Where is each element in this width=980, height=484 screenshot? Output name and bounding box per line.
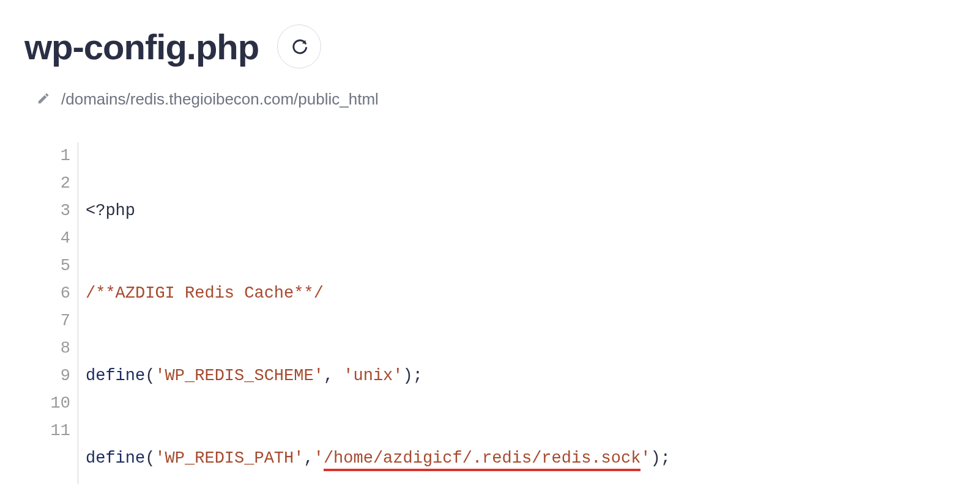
line-number: 2 [43,170,70,197]
code-line[interactable]: <?php [86,197,670,225]
code-line[interactable]: define('WP_REDIS_PATH','/home/azdigicf/.… [86,445,670,472]
line-number: 3 [43,197,70,225]
line-number: 7 [43,307,70,335]
edit-icon [37,92,50,108]
line-number: 5 [43,252,70,280]
file-path: /domains/redis.thegioibecon.com/public_h… [61,90,379,109]
line-number: 1 [43,142,70,170]
line-number: 11 [43,417,70,445]
line-number: 9 [43,362,70,390]
redis-path-value: /home/azdigicf/.redis/redis.sock [324,449,640,471]
line-number: 8 [43,335,70,362]
code-line[interactable]: /**AZDIGI Redis Cache**/ [86,280,670,307]
code-editor[interactable]: 1 2 3 4 5 6 7 8 9 10 11 <?php /**AZDIGI … [43,142,956,484]
refresh-icon [291,38,308,55]
page-title: wp-config.php [24,26,259,67]
code-content[interactable]: <?php /**AZDIGI Redis Cache**/ define('W… [78,142,670,484]
breadcrumb: /domains/redis.thegioibecon.com/public_h… [37,90,956,109]
line-number-gutter: 1 2 3 4 5 6 7 8 9 10 11 [43,142,78,484]
code-line[interactable]: define('WP_REDIS_SCHEME', 'unix'); [86,362,670,390]
line-number: 4 [43,225,70,252]
line-number: 10 [43,390,70,417]
line-number: 6 [43,280,70,307]
refresh-button[interactable] [277,24,321,68]
